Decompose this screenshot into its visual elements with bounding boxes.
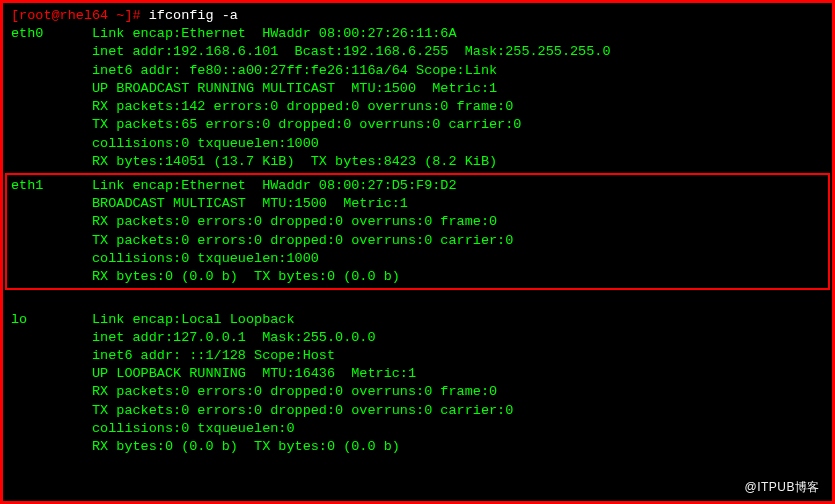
- iface-label-lo: lo: [11, 312, 92, 327]
- eth1-row-4: TX packets:0 errors:0 dropped:0 overruns…: [11, 233, 513, 248]
- eth0-row-1: eth0 Link encap:Ethernet HWaddr 08:00:27…: [11, 26, 457, 41]
- eth1-row-2: BROADCAST MULTICAST MTU:1500 Metric:1: [11, 196, 408, 211]
- prompt-line[interactable]: [root@rhel64 ~]# ifconfig -a: [11, 8, 238, 23]
- eth0-row-4: UP BROADCAST RUNNING MULTICAST MTU:1500 …: [11, 81, 497, 96]
- eth1-row-6: RX bytes:0 (0.0 b) TX bytes:0 (0.0 b): [11, 269, 400, 284]
- eth0-row-2: inet addr:192.168.6.101 Bcast:192.168.6.…: [11, 44, 611, 59]
- eth1-highlight-box: eth1 Link encap:Ethernet HWaddr 08:00:27…: [5, 173, 830, 290]
- watermark-text: @ITPUB博客: [744, 479, 820, 495]
- lo-row-2: inet addr:127.0.0.1 Mask:255.0.0.0: [11, 330, 376, 345]
- lo-row-1: lo Link encap:Local Loopback: [11, 312, 295, 327]
- eth0-row-7: collisions:0 txqueuelen:1000: [11, 136, 319, 151]
- eth1-row-3: RX packets:0 errors:0 dropped:0 overruns…: [11, 214, 497, 229]
- lo-row-3: inet6 addr: ::1/128 Scope:Host: [11, 348, 335, 363]
- eth0-row-5: RX packets:142 errors:0 dropped:0 overru…: [11, 99, 513, 114]
- eth1-row-1: eth1 Link encap:Ethernet HWaddr 08:00:27…: [11, 178, 457, 193]
- lo-row-4: UP LOOPBACK RUNNING MTU:16436 Metric:1: [11, 366, 416, 381]
- iface-label-eth0: eth0: [11, 26, 92, 41]
- command-text: ifconfig -a: [149, 8, 238, 23]
- iface-label-eth1: eth1: [11, 178, 92, 193]
- lo-row-5: RX packets:0 errors:0 dropped:0 overruns…: [11, 384, 497, 399]
- lo-row-8: RX bytes:0 (0.0 b) TX bytes:0 (0.0 b): [11, 439, 400, 454]
- eth0-row-8: RX bytes:14051 (13.7 KiB) TX bytes:8423 …: [11, 154, 497, 169]
- lo-row-6: TX packets:0 errors:0 dropped:0 overruns…: [11, 403, 513, 418]
- terminal-output: [root@rhel64 ~]# ifconfig -a eth0 Link e…: [11, 7, 824, 456]
- eth0-row-6: TX packets:65 errors:0 dropped:0 overrun…: [11, 117, 521, 132]
- eth0-row-3: inet6 addr: fe80::a00:27ff:fe26:116a/64 …: [11, 63, 497, 78]
- eth1-row-5: collisions:0 txqueuelen:1000: [11, 251, 319, 266]
- shell-prompt: [root@rhel64 ~]#: [11, 8, 149, 23]
- lo-row-7: collisions:0 txqueuelen:0: [11, 421, 295, 436]
